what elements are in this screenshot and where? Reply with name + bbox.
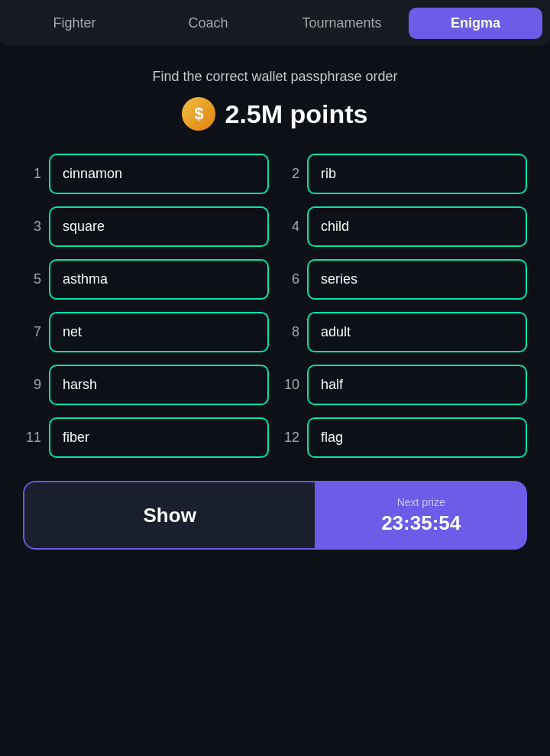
word-cell-3: 3 square xyxy=(23,206,269,247)
word-box-1[interactable]: cinnamon xyxy=(49,154,269,194)
word-cell-8: 8 adult xyxy=(281,312,527,352)
word-box-7[interactable]: net xyxy=(49,312,269,352)
word-number-8: 8 xyxy=(281,324,299,340)
tab-tournaments[interactable]: Tournaments xyxy=(275,8,409,39)
word-number-5: 5 xyxy=(23,271,41,287)
word-box-4[interactable]: child xyxy=(307,206,527,247)
points-row: $ 2.5M points xyxy=(182,97,367,131)
word-number-7: 7 xyxy=(23,324,41,340)
word-box-5[interactable]: asthma xyxy=(49,259,269,300)
word-number-1: 1 xyxy=(23,166,41,182)
word-box-12[interactable]: flag xyxy=(307,417,527,458)
tab-fighter[interactable]: Fighter xyxy=(8,8,141,39)
word-cell-4: 4 child xyxy=(281,206,527,247)
word-box-10[interactable]: half xyxy=(307,365,527,405)
word-cell-10: 10 half xyxy=(281,365,527,405)
word-number-2: 2 xyxy=(281,166,299,182)
word-number-10: 10 xyxy=(281,377,299,393)
word-box-8[interactable]: adult xyxy=(307,312,527,352)
word-cell-11: 11 fiber xyxy=(23,417,269,458)
main-content: Find the correct wallet passphrase order… xyxy=(0,46,550,565)
word-number-6: 6 xyxy=(281,271,299,287)
next-prize-panel[interactable]: Next prize 23:35:54 xyxy=(315,481,527,550)
word-cell-7: 7 net xyxy=(23,312,269,352)
word-box-2[interactable]: rib xyxy=(307,154,527,194)
word-cell-12: 12 flag xyxy=(281,417,527,458)
next-prize-timer: 23:35:54 xyxy=(381,511,461,535)
coin-icon: $ xyxy=(182,97,215,131)
subtitle: Find the correct wallet passphrase order xyxy=(152,69,397,85)
tab-bar: Fighter Coach Tournaments Enigma xyxy=(0,0,550,46)
word-cell-2: 2 rib xyxy=(281,154,527,194)
word-number-4: 4 xyxy=(281,219,299,235)
word-cell-1: 1 cinnamon xyxy=(23,154,269,194)
word-box-9[interactable]: harsh xyxy=(49,365,269,405)
word-box-6[interactable]: series xyxy=(307,259,527,300)
word-cell-5: 5 asthma xyxy=(23,259,269,300)
tab-enigma[interactable]: Enigma xyxy=(409,8,542,39)
show-button[interactable]: Show xyxy=(23,481,315,550)
points-text: 2.5M points xyxy=(225,99,367,129)
next-prize-label: Next prize xyxy=(397,496,445,508)
bottom-action-row: Show Next prize 23:35:54 xyxy=(23,481,527,550)
word-box-11[interactable]: fiber xyxy=(49,417,269,458)
word-number-11: 11 xyxy=(23,430,41,446)
word-box-3[interactable]: square xyxy=(49,206,269,247)
word-cell-9: 9 harsh xyxy=(23,365,269,405)
tab-coach[interactable]: Coach xyxy=(141,8,275,39)
word-cell-6: 6 series xyxy=(281,259,527,300)
word-number-9: 9 xyxy=(23,377,41,393)
word-number-12: 12 xyxy=(281,430,299,446)
word-grid: 1 cinnamon 2 rib 3 square 4 child 5 asth… xyxy=(15,154,535,458)
word-number-3: 3 xyxy=(23,219,41,235)
